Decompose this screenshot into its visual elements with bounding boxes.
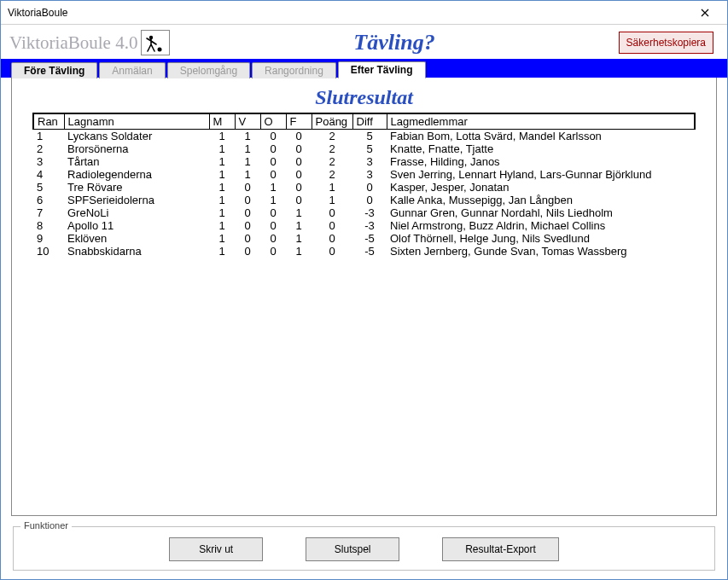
tab-spelomgang[interactable]: Spelomgång bbox=[167, 62, 250, 78]
cell-diff: -3 bbox=[352, 219, 387, 232]
cell-poang: 2 bbox=[312, 142, 352, 155]
cell-f: 0 bbox=[286, 181, 312, 194]
cell-diff: 0 bbox=[352, 194, 387, 206]
cell-f: 1 bbox=[286, 245, 312, 258]
cell-o: 0 bbox=[260, 155, 286, 168]
cell-v: 1 bbox=[235, 155, 260, 168]
cell-lagnamn: Eklöven bbox=[64, 232, 209, 245]
results-heading: Slutresultat bbox=[12, 78, 716, 113]
backup-button[interactable]: Säkerhetskopiera bbox=[619, 32, 713, 54]
tab-anmalan[interactable]: Anmälan bbox=[99, 62, 165, 78]
cell-v: 0 bbox=[235, 232, 260, 245]
cell-m: 1 bbox=[209, 168, 235, 181]
cell-f: 0 bbox=[286, 130, 312, 143]
result-export-button[interactable]: Resultat-Export bbox=[442, 537, 559, 561]
cell-f: 1 bbox=[286, 206, 312, 219]
col-f: F bbox=[286, 113, 312, 130]
cell-o: 0 bbox=[260, 232, 286, 245]
tab-efter-tavling[interactable]: Efter Tävling bbox=[338, 61, 426, 78]
cell-v: 0 bbox=[235, 194, 260, 206]
cell-lagmedlemmar: Niel Armstrong, Buzz Aldrin, Michael Col… bbox=[387, 219, 695, 232]
cell-o: 0 bbox=[260, 206, 286, 219]
table-row: 8Apollo 1110010-3Niel Armstrong, Buzz Al… bbox=[33, 219, 695, 232]
cell-ran: 9 bbox=[33, 232, 64, 245]
cell-f: 1 bbox=[286, 219, 312, 232]
cell-lagmedlemmar: Kalle Anka, Mussepigg, Jan Långben bbox=[387, 194, 695, 206]
cell-diff: 3 bbox=[352, 168, 387, 181]
titlebar: ViktoriaBoule bbox=[1, 1, 727, 25]
app-window: ViktoriaBoule ViktoriaBoule 4.0 Tävling?… bbox=[0, 0, 728, 580]
cell-lagnamn: Radiolegenderna bbox=[64, 168, 209, 181]
cell-diff: 5 bbox=[352, 142, 387, 155]
cell-diff: 0 bbox=[352, 181, 387, 194]
cell-ran: 2 bbox=[33, 142, 64, 155]
cell-o: 0 bbox=[260, 142, 286, 155]
cell-v: 1 bbox=[235, 168, 260, 181]
tab-content: Slutresultat Ran Lagnamn M V O F Poäng D… bbox=[11, 78, 717, 516]
cell-m: 1 bbox=[209, 155, 235, 168]
cell-poang: 1 bbox=[312, 181, 352, 194]
functions-row: Skriv ut Slutspel Resultat-Export bbox=[22, 537, 706, 561]
cell-m: 1 bbox=[209, 206, 235, 219]
print-button[interactable]: Skriv ut bbox=[169, 537, 263, 561]
cell-lagnamn: Brorsönerna bbox=[64, 142, 209, 155]
cell-diff: 5 bbox=[352, 130, 387, 143]
col-diff: Diff bbox=[352, 113, 387, 130]
close-icon bbox=[701, 6, 709, 20]
cell-lagmedlemmar: Olof Thörnell, Helge Jung, Nils Svedlund bbox=[387, 232, 695, 245]
cell-poang: 2 bbox=[312, 168, 352, 181]
results-body: 1Lyckans Soldater110025Fabian Bom, Lotta… bbox=[33, 130, 695, 258]
cell-m: 1 bbox=[209, 194, 235, 206]
cell-lagmedlemmar: Knatte, Fnatte, Tjatte bbox=[387, 142, 695, 155]
tab-rangordning[interactable]: Rangordning bbox=[252, 62, 336, 78]
cell-lagnamn: Lyckans Soldater bbox=[64, 130, 209, 143]
svg-point-1 bbox=[158, 48, 162, 52]
petanque-icon bbox=[141, 30, 170, 55]
cell-ran: 5 bbox=[33, 181, 64, 194]
table-row: 2Brorsönerna110025Knatte, Fnatte, Tjatte bbox=[33, 142, 695, 155]
cell-lagnamn: Tårtan bbox=[64, 155, 209, 168]
table-header-row: Ran Lagnamn M V O F Poäng Diff Lagmedlem… bbox=[33, 113, 695, 130]
cell-poang: 2 bbox=[312, 155, 352, 168]
playoff-button[interactable]: Slutspel bbox=[306, 537, 399, 561]
cell-o: 1 bbox=[260, 181, 286, 194]
tab-bar: Före Tävling Anmälan Spelomgång Rangordn… bbox=[1, 59, 727, 78]
cell-v: 0 bbox=[235, 181, 260, 194]
cell-poang: 1 bbox=[312, 194, 352, 206]
cell-m: 1 bbox=[209, 232, 235, 245]
cell-poang: 0 bbox=[312, 206, 352, 219]
table-row: 6SPFSerieidolerna101010Kalle Anka, Musse… bbox=[33, 194, 695, 206]
cell-lagmedlemmar: Fabian Bom, Lotta Svärd, Mandel Karlsson bbox=[387, 130, 695, 143]
cell-lagnamn: GreNoLi bbox=[64, 206, 209, 219]
window-title: ViktoriaBoule bbox=[8, 7, 688, 19]
competition-title: Tävling? bbox=[170, 30, 618, 55]
cell-lagnamn: SPFSerieidolerna bbox=[64, 194, 209, 206]
results-table-wrap: Ran Lagnamn M V O F Poäng Diff Lagmedlem… bbox=[32, 113, 696, 515]
table-row: 3Tårtan110023Frasse, Hilding, Janos bbox=[33, 155, 695, 168]
table-row: 1Lyckans Soldater110025Fabian Bom, Lotta… bbox=[33, 130, 695, 143]
col-lagnamn: Lagnamn bbox=[64, 113, 209, 130]
functions-group: Funktioner Skriv ut Slutspel Resultat-Ex… bbox=[13, 526, 715, 571]
table-row: 4Radiolegenderna110023Sven Jerring, Lenn… bbox=[33, 168, 695, 181]
col-o: O bbox=[260, 113, 286, 130]
cell-ran: 4 bbox=[33, 168, 64, 181]
tab-fore-tavling[interactable]: Före Tävling bbox=[11, 62, 97, 78]
cell-lagnamn: Apollo 11 bbox=[64, 219, 209, 232]
cell-poang: 0 bbox=[312, 232, 352, 245]
cell-v: 0 bbox=[235, 219, 260, 232]
cell-lagnamn: Tre Rövare bbox=[64, 181, 209, 194]
close-button[interactable] bbox=[688, 3, 722, 23]
col-ran: Ran bbox=[33, 113, 64, 130]
cell-lagnamn: Snabbskidarna bbox=[64, 245, 209, 258]
table-row: 7GreNoLi10010-3Gunnar Gren, Gunnar Norda… bbox=[33, 206, 695, 219]
cell-ran: 7 bbox=[33, 206, 64, 219]
cell-f: 0 bbox=[286, 168, 312, 181]
cell-m: 1 bbox=[209, 181, 235, 194]
cell-ran: 8 bbox=[33, 219, 64, 232]
cell-ran: 3 bbox=[33, 155, 64, 168]
cell-m: 1 bbox=[209, 130, 235, 143]
col-v: V bbox=[235, 113, 260, 130]
cell-poang: 0 bbox=[312, 245, 352, 258]
table-row: 9Eklöven10010-5Olof Thörnell, Helge Jung… bbox=[33, 232, 695, 245]
cell-lagmedlemmar: Gunnar Gren, Gunnar Nordahl, Nils Liedho… bbox=[387, 206, 695, 219]
